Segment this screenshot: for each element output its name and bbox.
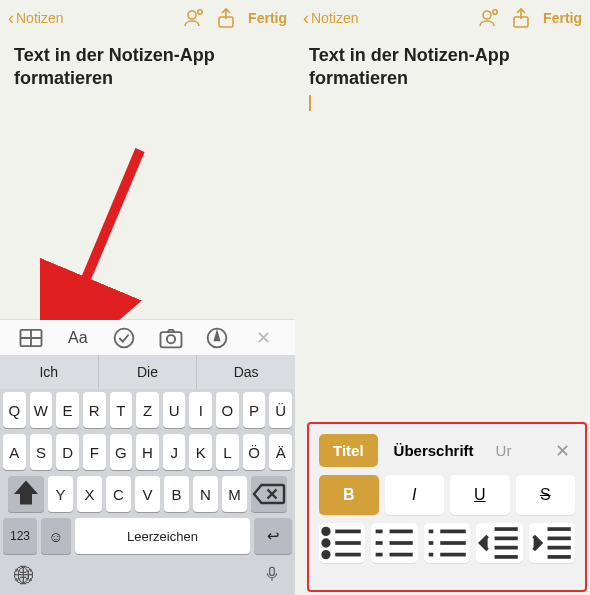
globe-icon[interactable]: 🌐︎	[14, 565, 34, 588]
svg-point-13	[323, 529, 329, 535]
format-row: B I U S	[319, 475, 575, 515]
done-button[interactable]: Fertig	[543, 10, 582, 26]
list-row	[319, 523, 575, 563]
checklist-icon[interactable]	[110, 324, 138, 352]
style-row: Titel Überschrift Ur ✕	[319, 434, 575, 467]
header: ‹ Notizen Fertig	[295, 0, 590, 36]
chevron-left-icon: ‹	[303, 8, 309, 29]
back-label: Notizen	[311, 10, 358, 26]
svg-point-0	[188, 11, 196, 19]
numbers-key[interactable]: 123	[3, 518, 37, 554]
key-L[interactable]: L	[216, 434, 239, 470]
close-toolbar-icon[interactable]: ✕	[250, 324, 278, 352]
svg-rect-8	[270, 567, 275, 575]
heading-style-button[interactable]: Überschrift	[384, 434, 484, 467]
suggestions-bar: Ich Die Das	[0, 355, 295, 389]
svg-point-10	[483, 11, 491, 19]
number-list-icon[interactable]	[424, 523, 470, 563]
key-J[interactable]: J	[163, 434, 186, 470]
text-cursor	[309, 95, 311, 111]
key-Q[interactable]: Q	[3, 392, 26, 428]
note-body[interactable]: Text in der Notizen-App formatieren	[295, 36, 590, 123]
key-V[interactable]: V	[135, 476, 160, 512]
key-W[interactable]: W	[30, 392, 53, 428]
outdent-icon[interactable]	[476, 523, 522, 563]
underline-button[interactable]: U	[450, 475, 510, 515]
back-button[interactable]: ‹ Notizen	[8, 8, 63, 29]
title-style-button[interactable]: Titel	[319, 434, 378, 467]
shift-key[interactable]	[8, 476, 44, 512]
key-A[interactable]: A	[3, 434, 26, 470]
keyboard: Ich Die Das QWERTZUIOPÜ ASDFGHJKLÖÄ YXCV…	[0, 355, 295, 595]
svg-point-1	[198, 10, 202, 14]
key-O[interactable]: O	[216, 392, 239, 428]
svg-point-4	[115, 328, 134, 347]
key-D[interactable]: D	[56, 434, 79, 470]
svg-point-11	[493, 10, 497, 14]
back-button[interactable]: ‹ Notizen	[303, 8, 358, 29]
back-label: Notizen	[16, 10, 63, 26]
mic-icon[interactable]	[263, 563, 281, 589]
italic-button[interactable]: I	[385, 475, 445, 515]
key-R[interactable]: R	[83, 392, 106, 428]
key-N[interactable]: N	[193, 476, 218, 512]
key-B[interactable]: B	[164, 476, 189, 512]
key-H[interactable]: H	[136, 434, 159, 470]
done-button[interactable]: Fertig	[248, 10, 287, 26]
text-format-icon[interactable]: Aa	[64, 324, 92, 352]
svg-point-15	[323, 552, 329, 558]
key-Ü[interactable]: Ü	[269, 392, 292, 428]
format-toolbar: Aa ✕	[0, 319, 295, 355]
key-S[interactable]: S	[30, 434, 53, 470]
svg-point-6	[167, 335, 175, 343]
table-icon[interactable]	[17, 324, 45, 352]
note-body[interactable]: Text in der Notizen-App formatieren	[0, 36, 295, 99]
close-format-icon[interactable]: ✕	[549, 438, 575, 464]
svg-point-14	[323, 540, 329, 546]
chevron-left-icon: ‹	[8, 8, 14, 29]
markup-icon[interactable]	[203, 324, 231, 352]
emoji-key[interactable]: ☺	[41, 518, 71, 554]
key-row-1: QWERTZUIOPÜ	[0, 389, 295, 431]
header: ‹ Notizen Fertig	[0, 0, 295, 36]
key-row-2: ASDFGHJKLÖÄ	[0, 431, 295, 473]
share-icon[interactable]	[214, 6, 238, 30]
key-row-4: 123 ☺ Leerzeichen ↩	[0, 515, 295, 557]
format-panel: Titel Überschrift Ur ✕ B I U S	[307, 422, 587, 592]
key-T[interactable]: T	[110, 392, 133, 428]
strike-button[interactable]: S	[516, 475, 576, 515]
key-Ä[interactable]: Ä	[269, 434, 292, 470]
camera-icon[interactable]	[157, 324, 185, 352]
key-P[interactable]: P	[243, 392, 266, 428]
indent-icon[interactable]	[529, 523, 575, 563]
key-Ö[interactable]: Ö	[243, 434, 266, 470]
space-key[interactable]: Leerzeichen	[75, 518, 250, 554]
key-Z[interactable]: Z	[136, 392, 159, 428]
share-icon[interactable]	[509, 6, 533, 30]
bold-button[interactable]: B	[319, 475, 379, 515]
key-row-3: YXCVBNM	[0, 473, 295, 515]
key-K[interactable]: K	[189, 434, 212, 470]
collaborate-icon[interactable]	[477, 6, 501, 30]
key-C[interactable]: C	[106, 476, 131, 512]
collaborate-icon[interactable]	[182, 6, 206, 30]
suggestion-3[interactable]: Das	[197, 355, 295, 389]
key-F[interactable]: F	[83, 434, 106, 470]
key-X[interactable]: X	[77, 476, 102, 512]
suggestion-1[interactable]: Ich	[0, 355, 99, 389]
key-Y[interactable]: Y	[48, 476, 73, 512]
partial-style[interactable]: Ur	[490, 434, 518, 467]
note-title: Text in der Notizen-App formatieren	[14, 44, 281, 91]
key-I[interactable]: I	[189, 392, 212, 428]
key-E[interactable]: E	[56, 392, 79, 428]
bullet-list-icon[interactable]	[319, 523, 365, 563]
keyboard-bottom: 🌐︎	[0, 557, 295, 595]
key-M[interactable]: M	[222, 476, 247, 512]
left-panel: ‹ Notizen Fertig Text in der Notizen-App…	[0, 0, 295, 595]
backspace-key[interactable]	[251, 476, 287, 512]
return-key[interactable]: ↩	[254, 518, 292, 554]
suggestion-2[interactable]: Die	[99, 355, 198, 389]
dash-list-icon[interactable]	[371, 523, 417, 563]
key-U[interactable]: U	[163, 392, 186, 428]
key-G[interactable]: G	[110, 434, 133, 470]
